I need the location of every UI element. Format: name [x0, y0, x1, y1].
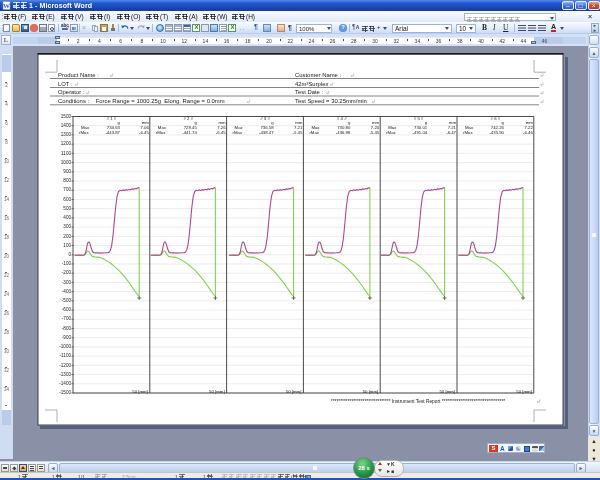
svg-text:200: 200 [63, 234, 71, 239]
svg-text:******************************: ******************************** Instrum… [331, 399, 505, 404]
svg-text:-6.45: -6.45 [216, 130, 226, 135]
svg-text:-5.45: -5.45 [369, 130, 379, 135]
svg-text:LOT :: LOT : [58, 81, 73, 87]
svg-text:-1000: -1000 [59, 344, 71, 349]
svg-text:50 [mm]: 50 [mm] [363, 389, 379, 394]
svg-text:-438.47: -438.47 [259, 130, 274, 135]
svg-text:1500: 1500 [61, 114, 72, 119]
svg-text:-300: -300 [62, 280, 72, 285]
svg-text:1300: 1300 [61, 132, 72, 137]
svg-text:Test Date :: Test Date : [295, 89, 324, 95]
svg-text:# 5 #: # 5 # [414, 116, 424, 121]
svg-text:-1200: -1200 [59, 363, 71, 368]
svg-text:# 2 #: # 2 # [183, 116, 193, 121]
svg-text:rMax: rMax [309, 130, 319, 135]
svg-text:600: 600 [63, 197, 71, 202]
svg-text:# 4 #: # 4 # [337, 116, 347, 121]
svg-text:-1400: -1400 [59, 381, 71, 386]
svg-text:Operator :: Operator : [58, 89, 85, 95]
svg-text:-700: -700 [62, 316, 72, 321]
svg-text:1000: 1000 [61, 160, 72, 165]
svg-text:500: 500 [63, 206, 71, 211]
svg-text:-500: -500 [62, 298, 72, 303]
svg-text:# 3 #: # 3 # [260, 116, 270, 121]
svg-text:-1300: -1300 [59, 372, 71, 377]
svg-text:-400: -400 [62, 289, 72, 294]
svg-text:-5.45: -5.45 [293, 130, 303, 135]
svg-text:42m³Surplex: 42m³Surplex [295, 81, 328, 87]
svg-text:50 [mm]: 50 [mm] [286, 389, 302, 394]
svg-text:800: 800 [63, 178, 71, 183]
svg-text:-6.45: -6.45 [139, 130, 149, 135]
svg-text:# 1 #: # 1 # [107, 116, 117, 121]
svg-text:900: 900 [63, 169, 71, 174]
svg-text:rMax: rMax [79, 130, 89, 135]
svg-text:Test Speed = 30.25mm/min: Test Speed = 30.25mm/min [295, 98, 367, 104]
svg-text:rMax: rMax [233, 130, 243, 135]
svg-text:-6.47: -6.47 [446, 130, 456, 135]
svg-text:-6.46: -6.46 [523, 130, 533, 135]
svg-text:-200: -200 [62, 270, 72, 275]
svg-text:-1100: -1100 [60, 353, 72, 358]
svg-text:1400: 1400 [61, 123, 72, 128]
svg-text:-436.98: -436.98 [336, 130, 351, 135]
svg-text:50 [mm]: 50 [mm] [516, 389, 532, 394]
svg-text:-100: -100 [62, 261, 72, 266]
svg-text:-435.90: -435.90 [489, 130, 504, 135]
svg-text:-600: -600 [62, 307, 72, 312]
svg-text:50 [mm]: 50 [mm] [439, 389, 455, 394]
svg-text:-900: -900 [62, 335, 72, 340]
svg-text:Product Name :: Product Name : [58, 72, 99, 78]
svg-text:-800: -800 [62, 326, 72, 331]
svg-text:50 [mm]: 50 [mm] [132, 389, 148, 394]
svg-text:50 [mm]: 50 [mm] [209, 389, 225, 394]
svg-text:rMax: rMax [463, 130, 473, 135]
svg-text:-443.87: -443.87 [105, 130, 120, 135]
svg-text:100: 100 [63, 243, 71, 248]
svg-text:rMax: rMax [156, 130, 166, 135]
svg-text:# 6 #: # 6 # [491, 116, 501, 121]
svg-text:-491.04: -491.04 [413, 130, 428, 135]
svg-text:1100: 1100 [61, 151, 71, 156]
svg-text:0: 0 [68, 252, 71, 257]
svg-text:-441.74: -441.74 [182, 130, 197, 135]
svg-text:1200: 1200 [61, 141, 72, 146]
svg-text:Customer Name :: Customer Name : [295, 72, 342, 78]
svg-text:rMax: rMax [386, 130, 396, 135]
svg-text:-1500: -1500 [59, 390, 71, 395]
svg-text:400: 400 [63, 215, 71, 220]
svg-text:Conditions : Force Range =: Conditions : Force Range = 1000.25g Elon… [58, 98, 225, 104]
svg-text:700: 700 [63, 187, 71, 192]
svg-text:300: 300 [63, 224, 71, 229]
